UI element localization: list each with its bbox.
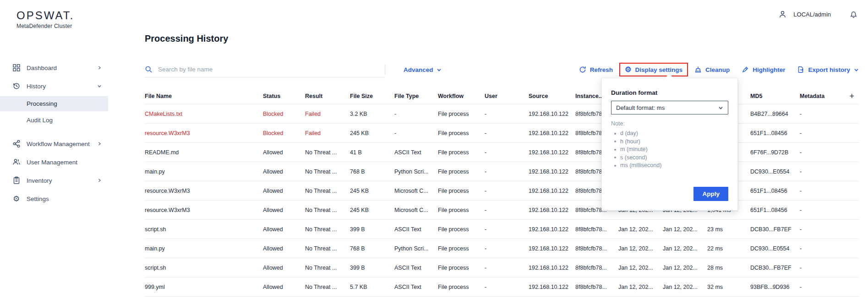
table-cell (843, 143, 854, 162)
file-name-cell[interactable]: CMakeLists.txt (145, 104, 263, 123)
refresh-icon (579, 66, 586, 73)
grid-icon (12, 64, 21, 72)
file-name-cell[interactable]: resource.W3xrM3 (145, 201, 263, 219)
file-name-cell[interactable]: script.sh (145, 220, 263, 239)
file-name-cell[interactable]: README.md (145, 143, 263, 162)
user-icon[interactable] (778, 10, 787, 19)
column-header: File Type (394, 88, 438, 104)
table-row[interactable]: main.pyAllowedNo Threat ...768 BPython S… (145, 162, 859, 181)
table-cell: - (485, 124, 529, 142)
advanced-label: Advanced (404, 66, 433, 73)
column-header: MD5 (750, 88, 800, 104)
add-column-button[interactable]: + (843, 88, 854, 104)
username-label[interactable]: LOCAL/admin (793, 11, 831, 18)
duration-unit-item: ms (millisecond) (614, 162, 728, 170)
file-name-cell[interactable]: main.py (145, 162, 263, 181)
sidebar-item-label: Processing (27, 100, 102, 107)
file-name-cell[interactable]: script.sh (145, 258, 263, 277)
table-row[interactable]: resource.W3xrM3AllowedNo Threat ...245 K… (145, 201, 859, 220)
table-cell: - (394, 124, 438, 142)
refresh-button[interactable]: Refresh (579, 66, 613, 73)
sidebar-item-audit-log[interactable]: Audit Log (0, 113, 108, 128)
table-row[interactable]: CMakeLists.txtBlockedFailed3.2 KB-File p… (145, 104, 859, 124)
table-cell: No Threat ... (305, 258, 350, 277)
toolbar-divider (385, 65, 385, 75)
gear-icon: ⚙ (12, 195, 21, 203)
table-cell: File process (438, 220, 485, 239)
advanced-filter-button[interactable]: Advanced (404, 66, 442, 73)
file-name-cell[interactable]: 999.yml (145, 277, 263, 296)
sidebar-item-dashboard[interactable]: Dashboard (0, 60, 108, 76)
table-cell: Failed (305, 124, 350, 142)
opswat-logo: OPSWAT. (16, 9, 108, 22)
table-cell: 192.168.10.122 (529, 104, 575, 123)
brand: OPSWAT. MetaDefender Cluster (0, 0, 108, 29)
notifications-bell-icon[interactable] (849, 10, 858, 19)
sidebar-item-inventory[interactable]: Inventory (0, 172, 108, 189)
sidebar-item-history[interactable]: History (0, 78, 108, 94)
sidebar-item-user-management[interactable]: User Management (0, 154, 108, 170)
table-cell: File process (438, 277, 485, 296)
table-cell: ASCII Text (394, 258, 438, 277)
table-cell: - (394, 104, 438, 123)
table-cell: 245 KB (350, 124, 394, 142)
table-cell: DCB30...FB7EF (750, 258, 800, 277)
file-name-cell[interactable]: resource.W3xrM3 (145, 124, 263, 142)
table-cell: Jan 12, 202... (663, 220, 707, 239)
table-cell: 8f8bfcfb78... (575, 277, 618, 296)
table-cell: Allowed (263, 258, 305, 277)
table-cell (843, 220, 854, 239)
table-cell: - (800, 277, 843, 296)
sidebar-item-settings[interactable]: ⚙ Settings (0, 190, 108, 207)
highlighter-button[interactable]: Highlighter (742, 66, 785, 73)
table-row[interactable]: script.shAllowedNo Threat ...399 BASCII … (145, 258, 859, 277)
apply-button[interactable]: Apply (693, 187, 728, 201)
table-row[interactable]: 999.ymlAllowedNo Threat ...5.7 KBASCII T… (145, 277, 859, 297)
sidebar-item-workflow-management[interactable]: Workflow Management (0, 136, 108, 152)
table-cell: Allowed (263, 162, 305, 181)
table-row[interactable]: main.pyAllowedNo Threat ...768 BPython S… (145, 239, 859, 258)
search-underline (330, 62, 385, 77)
file-name-cell[interactable]: main.py (145, 239, 263, 258)
table-cell: Allowed (263, 143, 305, 162)
table-row[interactable]: resource.W3xrM3AllowedNo Threat ...245 K… (145, 181, 859, 201)
table-cell: File process (438, 239, 485, 258)
table-cell: Jan 12, 202... (618, 258, 663, 277)
duration-format-select[interactable]: Default format: ms (611, 101, 728, 114)
column-header: Metadata (800, 88, 843, 104)
table-cell: - (485, 143, 529, 162)
table-cell: - (485, 239, 529, 258)
sidebar: OPSWAT. MetaDefender Cluster Dashboard (0, 0, 108, 304)
table-row[interactable]: README.mdAllowedNo Threat ...41 BASCII T… (145, 143, 859, 162)
duration-unit-item: d (day) (614, 130, 728, 138)
table-cell: - (485, 277, 529, 296)
table-cell: 768 B (350, 239, 394, 258)
export-history-button[interactable]: Export history (797, 66, 859, 73)
table-cell: No Threat ... (305, 181, 350, 200)
table-cell: 192.168.10.122 (529, 162, 575, 181)
export-icon (797, 66, 804, 73)
table-cell: 5.7 KB (350, 277, 394, 296)
table-cell: Jan 12, 202... (663, 277, 707, 296)
app: OPSWAT. MetaDefender Cluster Dashboard (0, 0, 868, 304)
broom-icon (694, 66, 702, 73)
table-cell: 8f8bfcfb78... (575, 258, 618, 277)
cleanup-button[interactable]: Cleanup (694, 66, 730, 73)
table-row[interactable]: script.shAllowedNo Threat ...399 BASCII … (145, 220, 859, 239)
sidebar-nav: Dashboard History Processing Audit Lo (0, 58, 108, 209)
caret-down-icon (718, 105, 723, 110)
table-cell (843, 124, 854, 142)
table-header: File NameStatusResultFile SizeFile TypeW… (145, 88, 859, 104)
column-header: Source (529, 88, 575, 104)
display-settings-button[interactable]: ⚙ Display settings (619, 63, 688, 76)
search-icon (145, 65, 153, 73)
display-settings-popup: Duration format Default format: ms Note:… (601, 78, 738, 211)
search-input[interactable] (158, 66, 314, 73)
table-cell: No Threat ... (305, 220, 350, 239)
file-name-cell[interactable]: resource.W3xrM3 (145, 181, 263, 200)
table-cell: B4B27...89664 (750, 104, 800, 123)
sidebar-item-processing[interactable]: Processing (0, 96, 108, 111)
table-cell: File process (438, 201, 485, 219)
table-cell: Jan 12, 202... (663, 239, 707, 258)
table-row[interactable]: resource.W3xrM3BlockedFailed245 KB-File … (145, 124, 859, 143)
